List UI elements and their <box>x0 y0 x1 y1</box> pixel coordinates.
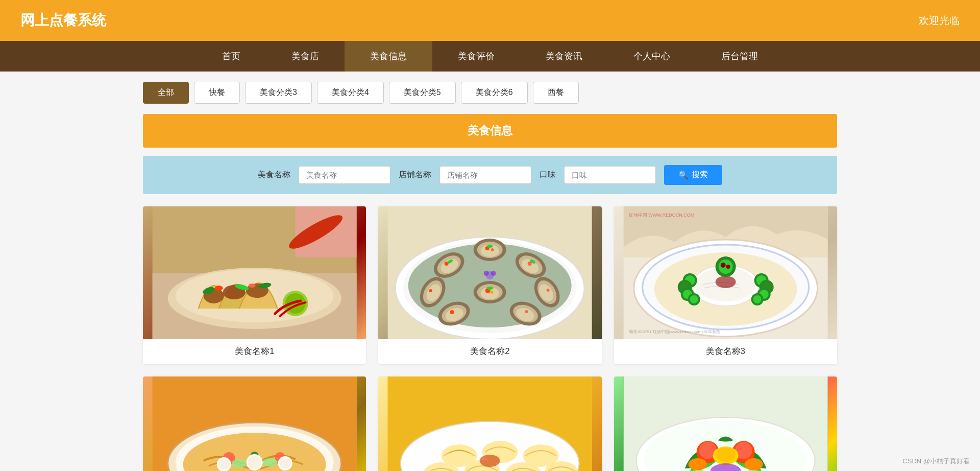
svg-point-60 <box>491 271 496 276</box>
header: 网上点餐系统 欢迎光临 <box>0 0 980 41</box>
category-bar: 全部 快餐 美食分类3 美食分类4 美食分类5 美食分类6 西餐 <box>143 82 837 104</box>
svg-point-130 <box>715 448 736 462</box>
footer-note: CSDN @小桔子真好看 <box>902 457 970 466</box>
category-5[interactable]: 美食分类5 <box>389 82 456 104</box>
svg-point-69 <box>715 276 736 288</box>
svg-text:红动中国 WWW.REDOCN.COM: 红动中国 WWW.REDOCN.COM <box>628 213 694 218</box>
svg-point-100 <box>232 459 247 467</box>
food-card-4[interactable]: 美食名称4 <box>143 376 366 471</box>
svg-point-103 <box>218 459 230 470</box>
nav-item-news[interactable]: 美食资讯 <box>520 41 608 72</box>
category-all[interactable]: 全部 <box>143 82 189 104</box>
search-bar: 美食名称 店铺名称 口味 🔍 搜索 <box>143 156 837 194</box>
main-nav: 首页 美食店 美食信息 美食评价 美食资讯 个人中心 后台管理 <box>0 41 980 72</box>
nav-item-admin[interactable]: 后台管理 <box>696 41 783 72</box>
svg-point-13 <box>249 284 256 288</box>
svg-point-89 <box>726 265 730 269</box>
food-image-6 <box>614 376 837 471</box>
food-card-1[interactable]: 美食名称1 <box>143 206 366 364</box>
section-title: 美食信息 <box>143 114 837 148</box>
category-3[interactable]: 美食分类3 <box>245 82 312 104</box>
taste-label: 口味 <box>540 170 556 180</box>
category-western[interactable]: 西餐 <box>533 82 579 104</box>
nav-item-profile[interactable]: 个人中心 <box>608 41 696 72</box>
search-button[interactable]: 🔍 搜索 <box>664 165 722 185</box>
svg-point-47 <box>450 310 454 314</box>
svg-point-57 <box>486 287 494 290</box>
food-image-4 <box>143 376 366 471</box>
nav-item-reviews[interactable]: 美食评价 <box>432 41 520 72</box>
taste-input[interactable] <box>564 166 656 184</box>
food-card-2[interactable]: 美食名称2 <box>378 206 601 364</box>
category-fastfood[interactable]: 快餐 <box>194 82 240 104</box>
svg-point-51 <box>525 310 528 313</box>
svg-point-77 <box>690 295 698 303</box>
nav-item-food-info[interactable]: 美食信息 <box>345 41 432 72</box>
shop-name-input[interactable] <box>439 166 531 184</box>
svg-point-56 <box>491 291 494 294</box>
svg-point-131 <box>688 458 706 470</box>
search-icon: 🔍 <box>678 170 689 180</box>
svg-point-85 <box>753 295 761 303</box>
svg-point-132 <box>744 458 763 470</box>
svg-point-25 <box>487 245 493 248</box>
food-name-input[interactable] <box>299 166 390 184</box>
food-card-3[interactable]: 红动中国 WWW.REDOCN.COM 编号:983791 红动中国(www.r… <box>614 206 837 364</box>
food-card-5[interactable]: 美食名称5 <box>378 376 601 471</box>
welcome-text: 欢迎光临 <box>919 14 960 28</box>
food-card-6[interactable]: 美食名称6 <box>614 376 837 471</box>
svg-point-101 <box>263 458 277 466</box>
svg-point-43 <box>547 289 550 292</box>
svg-point-87 <box>718 260 732 274</box>
svg-point-88 <box>720 263 725 268</box>
svg-point-59 <box>484 271 489 276</box>
food-name-3: 美食名称3 <box>614 339 837 364</box>
food-image-3: 红动中国 WWW.REDOCN.COM 编号:983791 红动中国(www.r… <box>614 206 837 339</box>
food-image-1 <box>143 206 366 339</box>
shop-name-label: 店铺名称 <box>399 170 431 180</box>
svg-point-120 <box>480 455 500 467</box>
main-content: 全部 快餐 美食分类3 美食分类4 美食分类5 美食分类6 西餐 美食信息 美食… <box>133 72 847 471</box>
svg-point-107 <box>280 458 291 469</box>
site-title: 网上点餐系统 <box>20 11 106 30</box>
svg-point-105 <box>248 456 261 469</box>
food-image-2 <box>378 206 601 339</box>
search-button-label: 搜索 <box>692 170 708 180</box>
food-name-1: 美食名称1 <box>143 339 366 364</box>
svg-text:编号:983791  红动中国(www.redocn.com: 编号:983791 红动中国(www.redocn.com) 年年有鱼 <box>628 329 720 334</box>
category-6[interactable]: 美食分类6 <box>461 82 528 104</box>
svg-point-12 <box>215 286 223 291</box>
food-image-5 <box>378 376 601 471</box>
svg-point-39 <box>429 289 432 292</box>
svg-point-24 <box>491 248 494 251</box>
category-4[interactable]: 美食分类4 <box>317 82 384 104</box>
nav-item-home[interactable]: 首页 <box>197 41 266 72</box>
food-grid: 美食名称1 <box>143 206 837 471</box>
nav-item-shops[interactable]: 美食店 <box>266 41 345 72</box>
food-name-2: 美食名称2 <box>378 339 601 364</box>
food-name-label: 美食名称 <box>258 170 290 180</box>
